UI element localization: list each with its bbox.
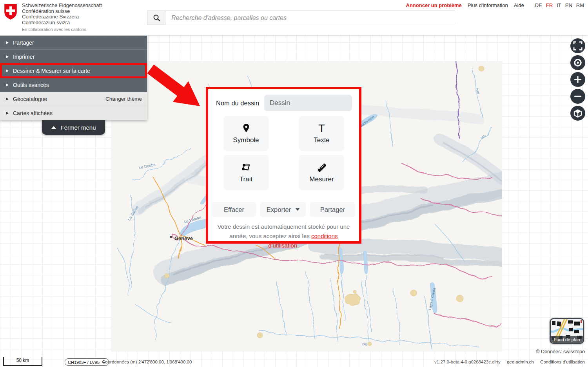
basemap-label: Fond de plan (551, 336, 583, 343)
menu-item-label: Géocatalogue (13, 96, 47, 102)
app-version: v1.27.0-beta.4-0.g0268423c.dirty (434, 360, 501, 364)
pin-icon (242, 123, 250, 134)
ruler-icon (317, 163, 327, 173)
more-info-link[interactable]: Plus d'information (468, 2, 508, 8)
search-input[interactable] (166, 11, 455, 25)
logo-tagline: En collaboration avec les cantons (22, 27, 102, 32)
clear-label: Effacer (224, 206, 244, 213)
geolocate-button[interactable] (570, 55, 585, 70)
menu-item-imprimer[interactable]: Imprimer (0, 50, 147, 64)
export-button[interactable]: Exporter (260, 202, 306, 217)
swiss-cross-icon (4, 4, 17, 20)
geolocation-icon (572, 57, 583, 68)
symbol-tool-button[interactable]: Symbole (223, 116, 269, 151)
scale-bar: 50 km (3, 357, 42, 366)
measure-tool-button[interactable]: Mesurer (299, 155, 344, 190)
basemap-selector-button[interactable]: Fond de plan (550, 318, 584, 344)
menu-item-label: Cartes affichées (13, 110, 53, 116)
menu-item-cartes-affichees[interactable]: Cartes affichées (0, 106, 147, 120)
text-tool-button[interactable]: T Texte (299, 116, 344, 151)
scale-label: 50 km (16, 358, 29, 363)
export-label: Exporter (267, 206, 291, 213)
lang-en[interactable]: EN (565, 2, 572, 8)
polyline-icon (241, 163, 251, 173)
swisstopo-attribution-link[interactable]: © Données: swisstopo (536, 349, 585, 354)
drawing-name-label: Nom du dessin (216, 99, 259, 107)
menu-item-label: Partager (13, 40, 34, 46)
main-menu: Partager Imprimer Dessiner & Mesurer sur… (0, 36, 147, 120)
terms-of-use-link[interactable]: Conditions d'utilisation (540, 360, 585, 364)
chevron-right-icon (6, 41, 9, 44)
city-label: Genève (174, 235, 193, 241)
close-menu-label: Fermer menu (60, 124, 96, 131)
caret-down-icon (296, 208, 299, 211)
panel-actions: Effacer Exporter Partager (208, 202, 359, 217)
chevron-right-icon (6, 69, 9, 72)
chevron-up-icon (51, 126, 56, 129)
tool-label: Trait (240, 175, 252, 183)
tool-grid: Symbole T Texte Trait (208, 116, 359, 190)
clear-button[interactable]: Effacer (212, 202, 256, 217)
menu-item-label: Dessiner & Mesurer sur la carte (13, 68, 90, 74)
drawing-panel: Nom du dessin Symbole T Texte (206, 87, 361, 244)
storage-disclaimer: Votre dessin est automatiquement stocké … (208, 222, 359, 250)
menu-item-dessiner-mesurer[interactable]: Dessiner & Mesurer sur la carte (0, 64, 147, 78)
lang-de[interactable]: DE (535, 2, 542, 8)
share-button[interactable]: Partager (310, 202, 355, 217)
text-icon: T (318, 123, 325, 134)
fullscreen-icon (572, 40, 583, 51)
chevron-right-icon (6, 55, 9, 58)
cube-3d-icon (572, 108, 583, 119)
search-icon (153, 14, 160, 22)
drawing-name-input[interactable] (264, 95, 352, 111)
menu-item-outils-avances[interactable]: Outils avancés (0, 78, 147, 92)
minus-icon (572, 91, 583, 102)
app-header: Schweizerische Eidgenossenschaft Confédé… (0, 0, 588, 35)
chevron-right-icon (6, 112, 9, 115)
lang-rm[interactable]: RM (576, 2, 584, 8)
help-link[interactable]: Aide (514, 2, 524, 8)
mouse-coordinates: Coordonnées (m) 2'472'800.00, 1'368'400.… (102, 360, 192, 364)
share-label: Partager (320, 206, 345, 213)
tool-label: Texte (314, 136, 330, 144)
geoadmin-link[interactable]: geo.admin.ch (507, 360, 534, 364)
three-d-button[interactable] (570, 106, 585, 121)
search-button[interactable] (147, 11, 166, 25)
close-menu-button[interactable]: Fermer menu (42, 120, 105, 135)
footer-links: v1.27.0-beta.4-0.g0268423c.dirty geo.adm… (434, 360, 585, 364)
menu-item-partager[interactable]: Partager (0, 36, 147, 50)
lang-fr[interactable]: FR (546, 2, 553, 8)
swiss-confederation-logo[interactable]: Schweizerische Eidgenossenschaft Confédé… (4, 3, 102, 32)
menu-item-geocatalogue[interactable]: Géocatalogue Changer thème (0, 92, 147, 106)
tool-label: Mesurer (309, 175, 334, 183)
logo-text: Schweizerische Eidgenossenschaft Confédé… (22, 3, 102, 25)
river-label: Po (362, 342, 367, 347)
chevron-right-icon (6, 98, 9, 101)
tool-label: Symbole (233, 136, 259, 144)
plus-icon (572, 74, 583, 85)
language-switcher: DE FR IT EN RM (531, 2, 584, 8)
menu-item-label: Outils avancés (13, 82, 49, 88)
zoom-in-button[interactable] (570, 72, 585, 87)
line-tool-button[interactable]: Trait (223, 155, 269, 190)
lang-it[interactable]: IT (557, 2, 561, 8)
header-links: Annoncer un problème Plus d'information … (400, 2, 584, 8)
zoom-out-button[interactable] (570, 89, 585, 104)
projection-value: CH1903+ / LV95 (68, 360, 100, 365)
fullscreen-button[interactable] (570, 38, 585, 53)
chevron-right-icon (6, 83, 9, 87)
report-problem-link[interactable]: Annoncer un problème (406, 2, 462, 8)
change-theme-button[interactable]: Changer thème (105, 96, 147, 102)
search-bar (147, 11, 455, 25)
drawing-name-row: Nom du dessin (208, 95, 359, 111)
menu-item-label: Imprimer (13, 54, 34, 60)
